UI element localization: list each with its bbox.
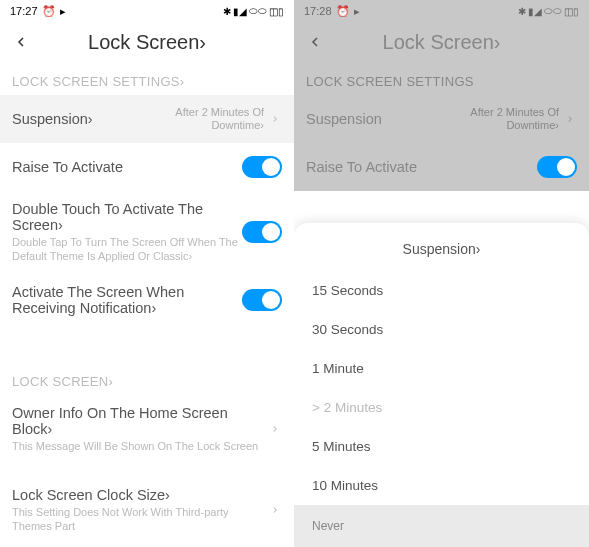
bluetooth-icon: ✱ [223,6,231,17]
toggle-notification[interactable] [242,289,282,311]
row-raise-to-activate[interactable]: Raise To Activate [294,143,589,191]
row-suspension[interactable]: Suspension After 2 Minutes Of Downtime› [294,95,589,143]
suspension-sheet: Suspension› 15 Seconds 30 Seconds 1 Minu… [294,223,589,547]
section-lock-screen-settings: LOCK SCREEN SETTINGS [294,66,589,95]
chevron-right-icon [268,503,282,517]
back-button[interactable] [304,31,326,53]
signal-icon: ▮◢ [233,6,247,17]
row-sublabel: This Setting Does Not Work With Third-pa… [12,505,268,534]
status-time: 17:27 [10,5,38,17]
screen-suspension-picker: 17:28 ⏰ ▸ ✱ ▮◢ ⬭⬭ ◫▯ Lock Screen› LOCK S… [294,0,589,547]
screen-settings: 17:27 ⏰ ▸ ✱ ▮◢ ⬭⬭ ◫▯ Lock Screen› LOCK S… [0,0,294,547]
row-label: Raise To Activate [306,159,537,175]
status-bar: 17:28 ⏰ ▸ ✱ ▮◢ ⬭⬭ ◫▯ [294,0,589,22]
youtube-icon: ▸ [60,5,66,18]
youtube-icon: ▸ [354,5,360,18]
row-sublabel: This Message Will Be Shown On The Lock S… [12,439,268,453]
option-30-seconds[interactable]: 30 Seconds [294,310,589,349]
row-label: Suspension [306,111,470,127]
option-15-seconds[interactable]: 15 Seconds [294,271,589,310]
row-label: Owner Info On The Home Screen Block› [12,405,268,437]
page-title: Lock Screen› [326,31,557,54]
option-never[interactable]: Never [294,505,589,547]
sheet-title: Suspension› [294,241,589,271]
status-time: 17:28 [304,5,332,17]
chevron-right-icon [268,112,282,126]
wifi-icon: ⬭⬭ [249,5,267,17]
alarm-icon: ⏰ [336,5,350,18]
section-lock-screen-settings: LOCK SCREEN SETTINGS› [0,66,294,95]
page-title: Lock Screen› [32,31,262,54]
option-10-minutes[interactable]: 10 Minutes [294,466,589,505]
toggle-raise[interactable] [537,156,577,178]
row-activate-on-notification[interactable]: Activate The Screen When Receiving Notif… [0,274,294,326]
row-raise-to-activate[interactable]: Raise To Activate [0,143,294,191]
header: Lock Screen› [0,22,294,66]
signal-icon: ▮◢ [528,6,542,17]
row-value: After 2 Minutes Of Downtime› [175,106,264,132]
dimmed-background: 17:28 ⏰ ▸ ✱ ▮◢ ⬭⬭ ◫▯ Lock Screen› LOCK S… [294,0,589,191]
bluetooth-icon: ✱ [518,6,526,17]
back-button[interactable] [10,31,32,53]
row-label: Activate The Screen When Receiving Notif… [12,284,242,316]
row-sublabel: Double Tap To Turn The Screen Off When T… [12,235,242,264]
section-lock-screen: LOCK SCREEN› [0,366,294,395]
alarm-icon: ⏰ [42,5,56,18]
chevron-right-icon [563,112,577,126]
row-owner-info[interactable]: Owner Info On The Home Screen Block› Thi… [0,395,294,463]
row-label: Raise To Activate [12,159,242,175]
header: Lock Screen› [294,22,589,66]
row-label: Suspension› [12,111,175,127]
wifi-icon: ⬭⬭ [544,5,562,17]
row-label: Double Touch To Activate The Screen› [12,201,242,233]
option-2-minutes[interactable]: > 2 Minutes [294,388,589,427]
status-bar: 17:27 ⏰ ▸ ✱ ▮◢ ⬭⬭ ◫▯ [0,0,294,22]
row-suspension[interactable]: Suspension› After 2 Minutes Of Downtime› [0,95,294,143]
battery-icon: ◫▯ [269,6,284,17]
row-value: After 2 Minutes Of Downtime› [470,106,559,132]
row-double-touch[interactable]: Double Touch To Activate The Screen› Dou… [0,191,294,274]
toggle-raise[interactable] [242,156,282,178]
row-clock-size[interactable]: Lock Screen Clock Size› This Setting Doe… [0,477,294,544]
battery-icon: ◫▯ [564,6,579,17]
option-5-minutes[interactable]: 5 Minutes [294,427,589,466]
toggle-double-touch[interactable] [242,221,282,243]
row-label: Lock Screen Clock Size› [12,487,268,503]
option-1-minute[interactable]: 1 Minute [294,349,589,388]
chevron-right-icon [268,422,282,436]
